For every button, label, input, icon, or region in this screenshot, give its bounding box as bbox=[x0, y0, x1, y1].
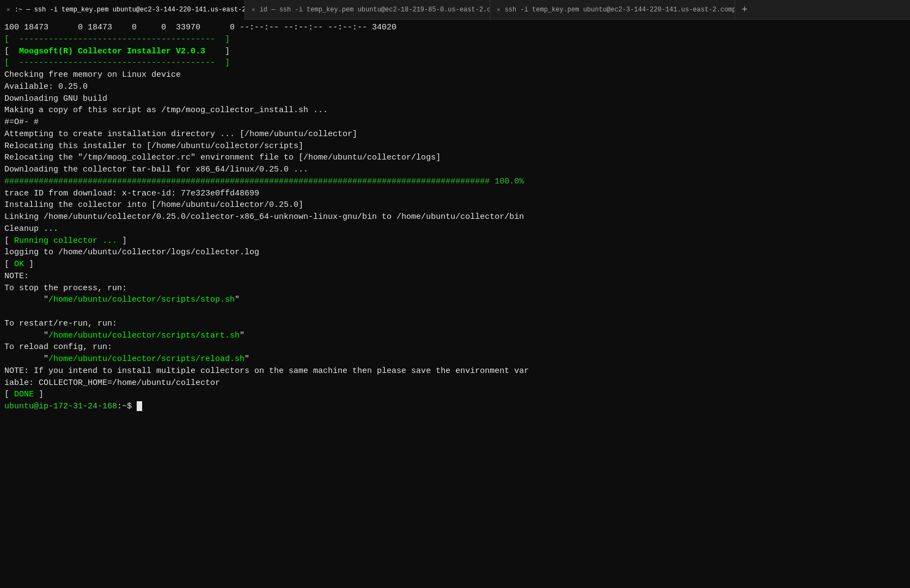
line-stats: 100 18473 0 18473 0 0 33970 0 --:--:-- -… bbox=[4, 22, 906, 34]
line-prompt: ubuntu@ip-172-31-24-168:~$ bbox=[4, 401, 906, 413]
line-stop-note: To stop the process, run: bbox=[4, 283, 906, 295]
line-border-top: [ --------------------------------------… bbox=[4, 34, 906, 46]
tab-3-label: ssh -i temp_key.pem ubuntu@ec2-3-144-220… bbox=[505, 6, 735, 14]
line-multiple-note: NOTE: If you intend to install multiple … bbox=[4, 365, 906, 377]
line-note: NOTE: bbox=[4, 271, 906, 283]
tab-2[interactable]: ✕ id — ssh -i temp_key.pem ubuntu@ec2-18… bbox=[245, 0, 490, 20]
line-progress-bar: ########################################… bbox=[4, 176, 906, 188]
line-available: Available: 0.25.0 bbox=[4, 81, 906, 93]
line-create-dir: Attempting to create installation direct… bbox=[4, 128, 906, 140]
prompt-suffix: :~$ bbox=[117, 402, 132, 411]
prompt-user: ubuntu@ip-172-31-24-168 bbox=[4, 402, 117, 411]
tab-1-label: :~ — ssh -i temp_key.pem ubuntu@ec2-3-14… bbox=[15, 6, 245, 14]
line-border-bottom: [ --------------------------------------… bbox=[4, 57, 906, 69]
tab-1[interactable]: ✕ :~ — ssh -i temp_key.pem ubuntu@ec2-3-… bbox=[0, 0, 245, 20]
line-stop-path: "/home/ubuntu/collector/scripts/stop.sh" bbox=[4, 294, 906, 306]
tab-close-icon[interactable]: ✕ bbox=[7, 6, 10, 13]
tab-bar: ✕ :~ — ssh -i temp_key.pem ubuntu@ec2-3-… bbox=[0, 0, 910, 20]
line-done: [ DONE ] bbox=[4, 389, 906, 401]
line-installing: Installing the collector into [/home/ubu… bbox=[4, 199, 906, 211]
line-restart-note: To restart/re-run, run: bbox=[4, 318, 906, 330]
line-downloading-gnu: Downloading GNU build bbox=[4, 93, 906, 105]
line-collector-home: iable: COLLECTOR_HOME=/home/ubuntu/colle… bbox=[4, 377, 906, 389]
terminal-window: ✕ :~ — ssh -i temp_key.pem ubuntu@ec2-3-… bbox=[0, 0, 910, 588]
tab-2-label: id — ssh -i temp_key.pem ubuntu@ec2-18-2… bbox=[260, 6, 490, 14]
tab-3-close-icon[interactable]: ✕ bbox=[497, 6, 500, 13]
line-installer-title: [ Moogsoft(R) Collector Installer V2.0.3… bbox=[4, 46, 906, 58]
new-tab-button[interactable]: + bbox=[735, 4, 754, 15]
line-ok: [ OK ] bbox=[4, 259, 906, 271]
line-relocate-installer: Relocating this installer to [/home/ubun… bbox=[4, 140, 906, 152]
line-empty1 bbox=[4, 306, 906, 318]
line-relocate-rc: Relocating the "/tmp/moog_collector.rc" … bbox=[4, 152, 906, 164]
line-reload-path: "/home/ubuntu/collector/scripts/reload.s… bbox=[4, 353, 906, 365]
terminal-output[interactable]: 100 18473 0 18473 0 0 33970 0 --:--:-- -… bbox=[0, 20, 910, 588]
line-checking-mem: Checking free memory on Linux device bbox=[4, 69, 906, 81]
line-copy-script: Making a copy of this script as /tmp/moo… bbox=[4, 105, 906, 117]
line-cleanup: Cleanup ... bbox=[4, 223, 906, 235]
tab-3[interactable]: ✕ ssh -i temp_key.pem ubuntu@ec2-3-144-2… bbox=[490, 0, 735, 20]
line-downloading-tarball: Downloading the collector tar-ball for x… bbox=[4, 164, 906, 176]
line-linking: Linking /home/ubuntu/collector/0.25.0/co… bbox=[4, 211, 906, 223]
line-running: [ Running collector ... ] bbox=[4, 235, 906, 247]
cursor bbox=[137, 401, 142, 411]
line-hash-marker: #=O#- # bbox=[4, 117, 906, 128]
line-trace-id: trace ID from download: x-trace-id: 77e3… bbox=[4, 188, 906, 200]
tab-2-close-icon[interactable]: ✕ bbox=[252, 6, 255, 13]
line-logging: logging to /home/ubuntu/collector/logs/c… bbox=[4, 247, 906, 259]
line-start-path: "/home/ubuntu/collector/scripts/start.sh… bbox=[4, 330, 906, 342]
line-reload-note: To reload config, run: bbox=[4, 341, 906, 353]
